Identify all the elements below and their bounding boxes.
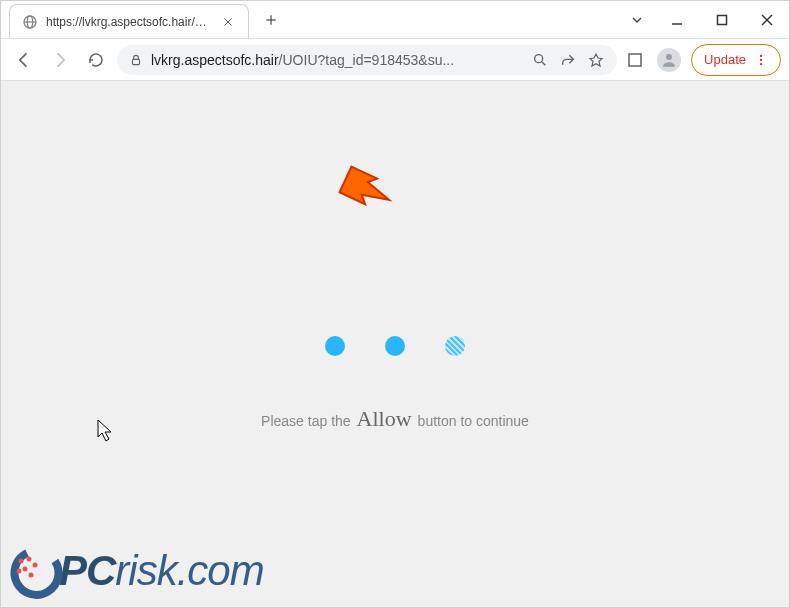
toolbar-right-icons: Update xyxy=(623,44,781,76)
svg-rect-8 xyxy=(717,15,726,24)
url-text: lvkrg.aspectsofc.hair/UOIU?tag_id=918453… xyxy=(151,52,523,68)
bookmark-icon[interactable] xyxy=(587,51,605,69)
svg-point-12 xyxy=(535,54,543,62)
dot-icon xyxy=(445,336,465,356)
svg-point-19 xyxy=(760,62,762,64)
omnibox-actions xyxy=(531,51,605,69)
svg-point-26 xyxy=(29,573,34,578)
instruction-pre: Please tap the xyxy=(261,413,351,429)
wm-part1: PC xyxy=(59,547,115,594)
svg-marker-21 xyxy=(98,420,111,441)
close-window-button[interactable] xyxy=(744,1,789,39)
instruction-text: Please tap the Allow button to continue xyxy=(261,406,529,432)
url-path: /UOIU?tag_id=918453&su... xyxy=(279,52,455,68)
forward-button[interactable] xyxy=(45,45,75,75)
tab-overflow-icon[interactable] xyxy=(620,1,654,38)
svg-rect-15 xyxy=(629,54,641,66)
new-tab-button[interactable] xyxy=(257,6,285,34)
loading-area: Please tap the Allow button to continue xyxy=(1,336,789,432)
svg-point-27 xyxy=(17,569,22,574)
maximize-button[interactable] xyxy=(699,1,744,39)
loading-dots xyxy=(325,336,465,356)
tab-title: https://lvkrg.aspectsofc.hair/UOIU xyxy=(46,15,212,29)
browser-window: https://lvkrg.aspectsofc.hair/UOIU xyxy=(0,0,790,608)
annotation-arrow-icon xyxy=(336,159,396,219)
svg-point-18 xyxy=(760,58,762,60)
svg-point-22 xyxy=(19,559,24,564)
wm-part3: .com xyxy=(177,547,264,594)
close-tab-icon[interactable] xyxy=(220,14,236,30)
extensions-icon[interactable] xyxy=(623,48,647,72)
svg-point-17 xyxy=(760,54,762,56)
watermark-logo-icon xyxy=(7,541,67,601)
svg-point-25 xyxy=(33,563,38,568)
reload-button[interactable] xyxy=(81,45,111,75)
search-icon[interactable] xyxy=(531,51,549,69)
browser-tab[interactable]: https://lvkrg.aspectsofc.hair/UOIU xyxy=(9,4,249,38)
instruction-allow: Allow xyxy=(357,406,412,432)
svg-marker-20 xyxy=(336,159,389,215)
svg-point-23 xyxy=(27,557,32,562)
url-host: lvkrg.aspectsofc.hair xyxy=(151,52,279,68)
menu-icon xyxy=(754,53,768,67)
wm-part2: risk xyxy=(115,547,176,594)
back-button[interactable] xyxy=(9,45,39,75)
browser-toolbar: lvkrg.aspectsofc.hair/UOIU?tag_id=918453… xyxy=(1,39,789,81)
svg-marker-14 xyxy=(590,54,602,66)
share-icon[interactable] xyxy=(559,51,577,69)
update-label: Update xyxy=(704,52,746,67)
svg-point-16 xyxy=(666,54,672,60)
address-bar[interactable]: lvkrg.aspectsofc.hair/UOIU?tag_id=918453… xyxy=(117,45,617,75)
svg-point-24 xyxy=(23,567,28,572)
lock-icon xyxy=(129,53,143,67)
dot-icon xyxy=(325,336,345,356)
watermark-text: PCrisk.com xyxy=(59,547,264,595)
globe-icon xyxy=(22,14,38,30)
instruction-post: button to continue xyxy=(418,413,529,429)
titlebar: https://lvkrg.aspectsofc.hair/UOIU xyxy=(1,1,789,39)
window-controls xyxy=(654,1,789,38)
cursor-icon xyxy=(97,419,115,443)
dot-icon xyxy=(385,336,405,356)
watermark: PCrisk.com xyxy=(7,541,264,601)
profile-avatar[interactable] xyxy=(657,48,681,72)
update-button[interactable]: Update xyxy=(691,44,781,76)
svg-rect-11 xyxy=(133,59,140,64)
tab-strip: https://lvkrg.aspectsofc.hair/UOIU xyxy=(1,1,620,38)
minimize-button[interactable] xyxy=(654,1,699,39)
svg-line-13 xyxy=(542,62,545,65)
page-content: Please tap the Allow button to continue xyxy=(1,81,789,607)
